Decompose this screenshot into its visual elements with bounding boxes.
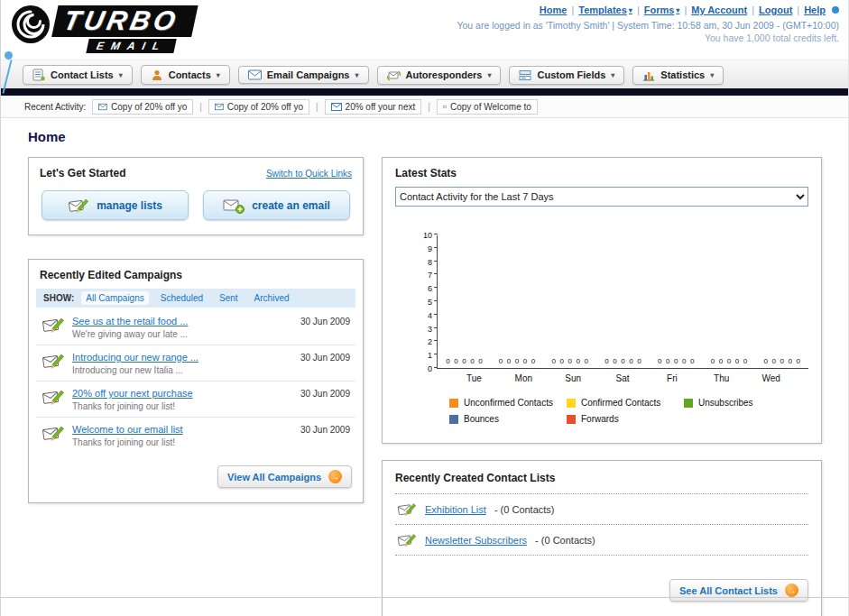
filter-archived[interactable]: Archived: [250, 291, 294, 305]
bar-value-label: 0: [682, 358, 686, 365]
campaign-title-link[interactable]: 20% off your next purchase: [72, 388, 293, 399]
bar-value-label: 0: [727, 358, 731, 365]
legend-label: Confirmed Contacts: [581, 398, 660, 408]
chart-y-tick-label: 2: [428, 338, 432, 346]
latest-stats-panel: Latest Stats Contact Activity for the La…: [382, 157, 822, 444]
campaign-row[interactable]: 20% off your next purchase Thanks for jo…: [36, 382, 355, 418]
stats-activity-select[interactable]: Contact Activity for the Last 7 Days: [395, 187, 808, 207]
turbo-email-logo[interactable]: TURBO EMAIL: [10, 4, 193, 53]
see-all-contact-lists-button[interactable]: See All Contact Lists →: [669, 579, 808, 602]
tab-email-campaigns[interactable]: Email Campaigns ▾: [238, 66, 369, 84]
chart-x-label: Sat: [598, 369, 648, 383]
chart-x-label: Mon: [499, 369, 549, 383]
filter-sent[interactable]: Sent: [215, 291, 243, 305]
legend-item: Unconfirmed Contacts: [449, 398, 567, 408]
chart-day-group: 00000: [438, 235, 491, 368]
contact-list-detail: - (0 Contacts): [535, 535, 595, 546]
bar-value-label: 0: [552, 358, 556, 365]
link-separator: |: [797, 5, 799, 15]
recent-activity-item[interactable]: Copy of 20% off yo: [208, 99, 309, 115]
recent-activity-item[interactable]: 20% off your next: [325, 99, 422, 115]
legend-item: Unsubscribes: [684, 398, 801, 408]
create-email-button[interactable]: create an email: [203, 190, 350, 220]
envelope-icon: [98, 103, 107, 111]
email-plus-icon: [223, 198, 245, 214]
campaign-row[interactable]: Welcome to our email list Thanks for joi…: [36, 418, 355, 453]
top-header: TURBO EMAIL Home | Templates▾ | Forms▾ |…: [1, 0, 848, 60]
link-my-account[interactable]: My Account: [691, 5, 747, 15]
footer-divider: [1, 597, 848, 598]
campaign-title-link[interactable]: See us at the retail food ...: [72, 316, 293, 326]
bar-value-label: 0: [735, 358, 739, 365]
bar-value-label: 0: [507, 358, 511, 365]
link-forms[interactable]: Forms▾: [644, 5, 680, 15]
chevron-down-icon: ▾: [355, 71, 358, 79]
contact-list-link[interactable]: Exhibition List: [425, 504, 486, 515]
campaign-row[interactable]: See us at the retail food ... We're givi…: [36, 309, 355, 345]
contact-list-row[interactable]: Exhibition List - (0 Contacts): [395, 494, 808, 525]
campaign-title-link[interactable]: Welcome to our email list: [72, 424, 293, 435]
link-help[interactable]: Help: [804, 5, 826, 15]
pencil-envelope-icon: [68, 197, 89, 214]
bar-value-label: 0: [478, 358, 482, 365]
campaign-date: 30 Jun 2009: [300, 424, 350, 435]
filter-scheduled[interactable]: Scheduled: [156, 291, 208, 305]
tab-custom-fields[interactable]: Custom Fields ▾: [509, 66, 624, 85]
campaigns-filter-bar: SHOW: All Campaigns Scheduled Sent Archi…: [36, 289, 355, 308]
tab-statistics[interactable]: Statistics ▾: [632, 66, 724, 85]
arrow-right-icon: →: [328, 470, 342, 483]
legend-label: Forwards: [581, 414, 619, 424]
bar-value-label: 0: [658, 358, 661, 365]
get-started-panel: Let's Get Started Switch to Quick Links: [28, 157, 364, 235]
legend-item: Bounces: [449, 414, 567, 424]
tab-contacts[interactable]: Contacts ▾: [141, 65, 230, 85]
bar-value-label: 0: [454, 358, 457, 365]
link-home[interactable]: Home: [540, 5, 568, 15]
activity-item-label: Copy of 20% off yo: [111, 102, 187, 112]
chart-plot-area: 00000000000000000000000000000000000: [437, 235, 808, 369]
chart-x-label: Sun: [549, 369, 598, 383]
recent-activity-item[interactable]: Copy of Welcome to: [437, 99, 538, 115]
email-campaigns-icon: [248, 69, 262, 80]
chart-x-label: Fri: [647, 369, 697, 383]
contact-list-link[interactable]: Newsletter Subscribers: [425, 535, 527, 546]
recent-activity-item[interactable]: Copy of 20% off yo: [92, 99, 193, 115]
pencil-envelope-icon: [42, 352, 65, 370]
show-label: SHOW:: [43, 293, 74, 303]
campaign-date: 30 Jun 2009: [300, 388, 350, 399]
campaign-title-link[interactable]: Introducing our new range ...: [72, 352, 293, 363]
session-info: You are logged in as 'Timothy Smith' | S…: [457, 20, 839, 31]
filter-all-campaigns[interactable]: All Campaigns: [81, 291, 148, 305]
chart-y-tick-label: 4: [428, 311, 432, 319]
legend-swatch: [449, 415, 458, 424]
chart-x-label: Thu: [697, 369, 746, 383]
tab-label: Autoresponders: [406, 69, 483, 80]
main-content: Home Let's Get Started Switch to Quick L…: [1, 118, 848, 616]
tab-contact-lists[interactable]: Contact Lists ▾: [23, 65, 133, 85]
campaigns-title: Recently Edited Campaigns: [29, 260, 363, 289]
autoresponders-icon: [387, 69, 401, 81]
link-logout[interactable]: Logout: [759, 5, 792, 15]
campaign-subtitle: Thanks for joining our list!: [72, 401, 293, 411]
tab-autoresponders[interactable]: Autoresponders ▾: [377, 66, 502, 85]
header-right: Home | Templates▾ | Forms▾ | My Account …: [457, 5, 839, 43]
link-templates[interactable]: Templates▾: [578, 5, 632, 15]
pencil-envelope-icon: [397, 501, 417, 517]
nav-divider-bar: [1, 88, 848, 96]
legend-label: Bounces: [464, 414, 499, 424]
campaign-rows: See us at the retail food ... We're givi…: [36, 309, 355, 453]
bar-value-label: 0: [690, 358, 694, 365]
view-all-campaigns-label: View All Campaigns: [227, 472, 321, 483]
switch-quick-links[interactable]: Switch to Quick Links: [266, 169, 352, 179]
legend-label: Unconfirmed Contacts: [464, 398, 553, 408]
view-all-campaigns-button[interactable]: View All Campaigns →: [217, 465, 352, 488]
campaign-row[interactable]: Introducing our new range ... Introducin…: [36, 345, 355, 382]
bar-value-label: 0: [560, 358, 564, 365]
bar-value-label: 0: [446, 358, 449, 365]
bar-value-label: 0: [604, 358, 608, 365]
main-nav: Contact Lists ▾ Contacts ▾ Email Campaig…: [1, 60, 848, 88]
contact-list-row[interactable]: Newsletter Subscribers - (0 Contacts): [395, 525, 808, 556]
bar-value-label: 0: [788, 358, 791, 365]
manage-lists-button[interactable]: manage lists: [42, 190, 189, 220]
contact-list-rows: Exhibition List - (0 Contacts) Newslette…: [395, 493, 808, 556]
